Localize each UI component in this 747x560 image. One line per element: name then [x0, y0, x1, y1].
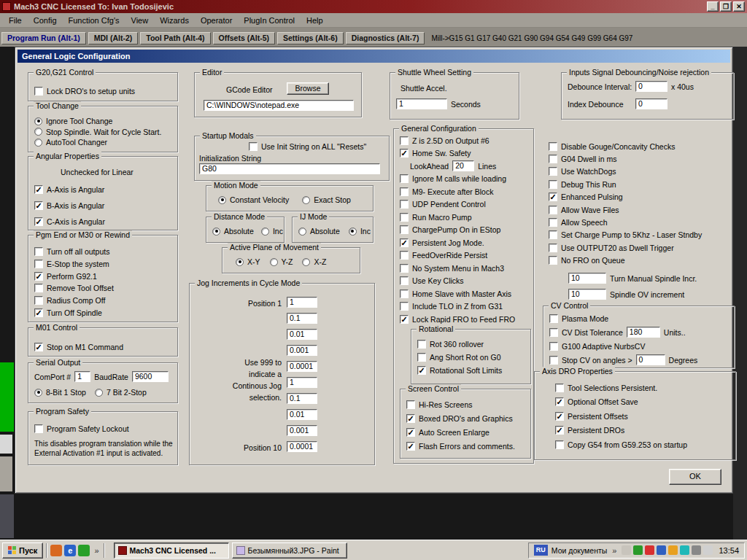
radio-button[interactable] [302, 258, 310, 266]
taskbar-task-mach3[interactable]: Mach3 CNC Licensed ... [114, 542, 229, 559]
checkbox-option[interactable]: Use Init String on ALL "Resets" [249, 141, 366, 152]
checkbox-option[interactable]: ChargePump On in EStop [400, 224, 531, 237]
menu-wizards[interactable]: Wizards [154, 13, 195, 28]
checkbox-box[interactable] [400, 200, 409, 209]
checkbox-box[interactable] [549, 155, 557, 163]
checkbox-option[interactable]: Include TLO in Z from G31 [400, 300, 531, 314]
checkbox-option[interactable]: UDP Pendent Control [400, 198, 531, 211]
checkbox-box[interactable] [34, 343, 43, 351]
tab-program-run[interactable]: Program Run (Alt-1) [1, 32, 86, 44]
radio-button[interactable] [298, 228, 306, 236]
checkbox-option[interactable]: Boxed DRO's and Graphics [406, 411, 515, 425]
radio-option[interactable]: Inc [349, 227, 371, 236]
checkbox-option[interactable]: FeedOverRide Persist [400, 249, 531, 262]
checkbox-box[interactable] [400, 276, 409, 285]
radio-button[interactable] [34, 389, 42, 397]
checkbox-box[interactable] [34, 247, 43, 256]
debounce-interval-field[interactable]: 0 [635, 81, 667, 92]
jog-increment-field[interactable]: 0.001 [287, 345, 317, 356]
checkbox-option[interactable]: Set Charge Pump to 5Khz - Laser Stndby [549, 229, 737, 241]
tray-icon[interactable] [633, 545, 643, 555]
checkbox-option[interactable]: Z is 2.5D on Output #6 [400, 134, 531, 147]
checkbox-box[interactable] [417, 366, 426, 375]
ie-icon[interactable]: e [64, 545, 76, 556]
checkbox-box[interactable] [34, 217, 43, 226]
checkbox-option[interactable]: Allow Wave Files [549, 203, 737, 216]
spindle-ov-increment-field[interactable]: 10 [568, 289, 606, 300]
checkbox-box[interactable] [549, 180, 557, 189]
checkbox-option[interactable]: Flash Errors and comments. [406, 439, 515, 453]
menu-function-cfgs[interactable]: Function Cfg's [63, 13, 125, 28]
radio-option[interactable]: AutoTool Changer [34, 137, 161, 148]
checkbox-option[interactable]: Enhanced Pulsing [549, 191, 737, 203]
tab-diagnostics[interactable]: Diagnostics (Alt-7) [346, 32, 425, 44]
checkbox-option[interactable]: Use OUTPUT20 as Dwell Trigger [549, 241, 737, 254]
tab-settings[interactable]: Settings (Alt-6) [277, 32, 344, 44]
start-button[interactable]: Пуск [2, 542, 43, 559]
checkbox-box[interactable] [400, 225, 409, 234]
chevron-icon[interactable]: » [611, 546, 618, 555]
checkbox-box[interactable] [549, 206, 557, 214]
checkbox-option[interactable]: Copy G54 from G59.253 on startup [555, 438, 687, 452]
close-button[interactable]: ✕ [733, 1, 745, 12]
radio-option[interactable]: Stop Spindle. Wait for Cycle Start. [34, 127, 161, 138]
checkbox-box[interactable] [417, 340, 426, 349]
menu-view[interactable]: View [125, 13, 155, 28]
value-field[interactable]: 20 [452, 160, 474, 171]
checkbox-option[interactable]: Ignore M calls while loading [400, 173, 531, 186]
checkbox-option[interactable]: Remove Tool Offset [34, 282, 114, 295]
radio-button[interactable] [270, 258, 278, 266]
checkbox-box[interactable] [400, 264, 409, 273]
checkbox-box[interactable] [400, 213, 409, 222]
baudrate-field[interactable]: 9600 [132, 371, 169, 382]
checkbox-option[interactable]: A-Axis is Angular [34, 182, 105, 198]
menu-help[interactable]: Help [301, 13, 329, 28]
radio-option[interactable]: Absolute [212, 227, 254, 236]
taskbar-task-paint[interactable]: Безымянный3.JPG - Paint [232, 542, 347, 559]
checkbox-option[interactable]: Program Safety Lockout [34, 422, 129, 435]
radio-option[interactable]: Absolute [298, 227, 340, 236]
checkbox-box[interactable] [406, 400, 415, 409]
checkbox-option[interactable]: Use Key Clicks [400, 275, 531, 288]
radio-button[interactable] [236, 258, 244, 266]
tray-icon[interactable] [692, 545, 701, 555]
checkbox-box[interactable] [406, 428, 415, 437]
checkbox-box[interactable] [249, 142, 258, 151]
checkbox-option[interactable]: Tool Selections Persistent. [555, 381, 687, 395]
checkbox-box[interactable] [400, 174, 409, 183]
field-row[interactable]: LookAhead20Lines [400, 160, 531, 173]
init-string-field[interactable]: G80 [199, 163, 380, 174]
checkbox-box[interactable] [34, 296, 43, 305]
checkbox-option[interactable]: Debug This Run [549, 178, 737, 190]
checkbox-option[interactable]: Disable Gouge/Concavity Checks [549, 140, 737, 152]
checkbox-box[interactable] [549, 328, 558, 337]
checkbox-box[interactable] [555, 397, 564, 406]
checkbox-box[interactable] [406, 442, 415, 451]
radio-option[interactable]: Exact Stop [302, 195, 351, 204]
checkbox-option[interactable]: Run Macro Pump [400, 211, 531, 224]
turn-manual-spindle-incr-field[interactable]: 10 [568, 273, 606, 284]
checkbox-option[interactable]: Rotational Soft Limits [417, 364, 502, 377]
radio-button[interactable] [302, 196, 310, 204]
jog-increment-field[interactable]: 0.0001 [287, 361, 317, 372]
checkbox-box[interactable] [549, 244, 557, 252]
checkbox-option[interactable]: B-Axis is Angular [34, 198, 105, 214]
checkbox-option[interactable]: C-Axis is Angular [34, 214, 105, 230]
jog-increment-field[interactable]: 0.1 [287, 313, 317, 324]
checkbox-box[interactable] [549, 356, 558, 365]
jog-increment-field[interactable]: 0.0001 [287, 441, 317, 452]
comport-field[interactable]: 1 [74, 371, 90, 382]
checkbox-option[interactable]: Plasma Mode [549, 311, 697, 325]
menu-file[interactable]: File [3, 13, 28, 28]
checkbox-option[interactable]: Perform G92.1 [34, 270, 114, 282]
tray-icon[interactable] [645, 545, 654, 555]
jog-increment-field[interactable]: 1 [287, 297, 317, 308]
radio-button[interactable] [212, 228, 220, 236]
menu-config[interactable]: Config [28, 13, 63, 28]
checkbox-box[interactable] [555, 426, 564, 435]
jog-increment-field[interactable]: 1 [287, 377, 317, 388]
jog-increment-field[interactable]: 0.01 [287, 409, 317, 420]
checkbox-box[interactable] [400, 136, 409, 145]
checkbox-option[interactable]: Turn off all outputs [34, 246, 114, 258]
checkbox-option[interactable]: Persistent Jog Mode. [400, 236, 531, 249]
